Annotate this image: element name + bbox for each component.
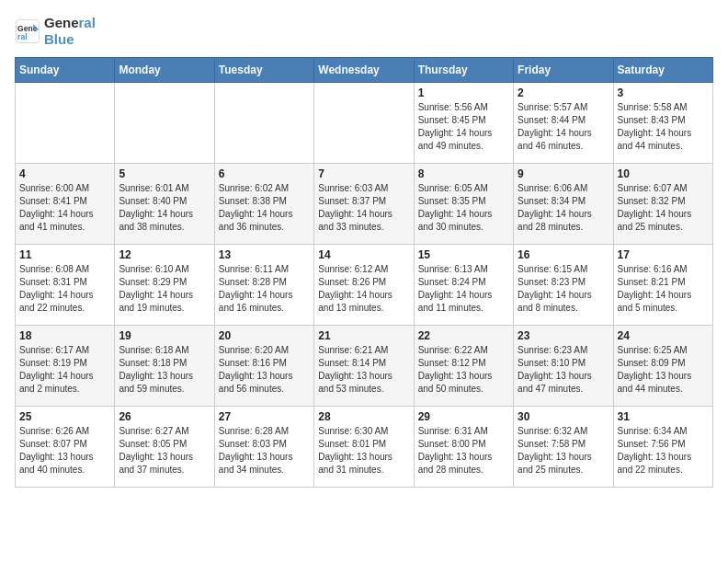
day-info: Sunrise: 6:15 AM Sunset: 8:23 PM Dayligh… — [518, 263, 609, 315]
day-number: 20 — [219, 329, 310, 342]
day-info: Sunrise: 6:12 AM Sunset: 8:26 PM Dayligh… — [318, 263, 409, 315]
day-number: 30 — [518, 410, 609, 423]
svg-text:ral: ral — [17, 32, 27, 41]
day-cell: 27Sunrise: 6:28 AM Sunset: 8:03 PM Dayli… — [214, 407, 313, 488]
day-info: Sunrise: 6:27 AM Sunset: 8:05 PM Dayligh… — [119, 425, 210, 477]
day-cell: 25Sunrise: 6:26 AM Sunset: 8:07 PM Dayli… — [16, 407, 115, 488]
day-info: Sunrise: 6:08 AM Sunset: 8:31 PM Dayligh… — [19, 263, 110, 315]
day-cell: 17Sunrise: 6:16 AM Sunset: 8:21 PM Dayli… — [613, 245, 712, 326]
day-cell: 11Sunrise: 6:08 AM Sunset: 8:31 PM Dayli… — [16, 245, 115, 326]
day-number: 23 — [518, 329, 609, 342]
day-cell: 8Sunrise: 6:05 AM Sunset: 8:35 PM Daylig… — [414, 164, 513, 245]
day-cell: 15Sunrise: 6:13 AM Sunset: 8:24 PM Dayli… — [414, 245, 513, 326]
day-info: Sunrise: 6:11 AM Sunset: 8:28 PM Dayligh… — [219, 263, 310, 315]
day-info: Sunrise: 6:07 AM Sunset: 8:32 PM Dayligh… — [618, 182, 709, 234]
day-cell: 16Sunrise: 6:15 AM Sunset: 8:23 PM Dayli… — [514, 245, 613, 326]
week-row-3: 18Sunrise: 6:17 AM Sunset: 8:19 PM Dayli… — [16, 326, 713, 407]
day-cell: 31Sunrise: 6:34 AM Sunset: 7:56 PM Dayli… — [613, 407, 712, 488]
day-cell: 24Sunrise: 6:25 AM Sunset: 8:09 PM Dayli… — [613, 326, 712, 407]
day-info: Sunrise: 6:02 AM Sunset: 8:38 PM Dayligh… — [219, 182, 310, 234]
day-number: 24 — [618, 329, 709, 342]
day-info: Sunrise: 6:00 AM Sunset: 8:41 PM Dayligh… — [19, 182, 110, 234]
day-number: 17 — [618, 248, 709, 261]
day-cell: 19Sunrise: 6:18 AM Sunset: 8:18 PM Dayli… — [115, 326, 214, 407]
day-cell: 13Sunrise: 6:11 AM Sunset: 8:28 PM Dayli… — [214, 245, 313, 326]
logo-text: General Blue — [44, 15, 96, 48]
column-header-saturday: Saturday — [613, 58, 712, 83]
day-number: 16 — [518, 248, 609, 261]
week-row-2: 11Sunrise: 6:08 AM Sunset: 8:31 PM Dayli… — [16, 245, 713, 326]
day-cell: 14Sunrise: 6:12 AM Sunset: 8:26 PM Dayli… — [314, 245, 414, 326]
day-number: 29 — [418, 410, 509, 423]
day-cell: 12Sunrise: 6:10 AM Sunset: 8:29 PM Dayli… — [115, 245, 214, 326]
day-cell: 29Sunrise: 6:31 AM Sunset: 8:00 PM Dayli… — [414, 407, 513, 488]
day-info: Sunrise: 5:57 AM Sunset: 8:44 PM Dayligh… — [518, 101, 609, 153]
day-number: 10 — [618, 167, 709, 180]
day-cell: 18Sunrise: 6:17 AM Sunset: 8:19 PM Dayli… — [16, 326, 115, 407]
day-number: 6 — [219, 167, 310, 180]
day-cell: 4Sunrise: 6:00 AM Sunset: 8:41 PM Daylig… — [16, 164, 115, 245]
day-number: 26 — [119, 410, 210, 423]
day-cell: 10Sunrise: 6:07 AM Sunset: 8:32 PM Dayli… — [613, 164, 712, 245]
day-info: Sunrise: 6:23 AM Sunset: 8:10 PM Dayligh… — [518, 344, 609, 396]
column-header-tuesday: Tuesday — [214, 58, 313, 83]
column-header-thursday: Thursday — [414, 58, 513, 83]
day-number: 12 — [119, 248, 210, 261]
day-info: Sunrise: 6:10 AM Sunset: 8:29 PM Dayligh… — [119, 263, 210, 315]
day-number: 27 — [219, 410, 310, 423]
day-info: Sunrise: 6:16 AM Sunset: 8:21 PM Dayligh… — [618, 263, 709, 315]
day-cell — [314, 83, 414, 164]
day-info: Sunrise: 6:03 AM Sunset: 8:37 PM Dayligh… — [318, 182, 409, 234]
day-info: Sunrise: 6:25 AM Sunset: 8:09 PM Dayligh… — [618, 344, 709, 396]
day-info: Sunrise: 6:13 AM Sunset: 8:24 PM Dayligh… — [418, 263, 509, 315]
calendar-table: SundayMondayTuesdayWednesdayThursdayFrid… — [15, 57, 713, 488]
column-header-friday: Friday — [514, 58, 613, 83]
day-cell: 1Sunrise: 5:56 AM Sunset: 8:45 PM Daylig… — [414, 83, 513, 164]
day-cell: 9Sunrise: 6:06 AM Sunset: 8:34 PM Daylig… — [514, 164, 613, 245]
day-number: 4 — [19, 167, 110, 180]
week-row-1: 4Sunrise: 6:00 AM Sunset: 8:41 PM Daylig… — [16, 164, 713, 245]
day-number: 2 — [518, 86, 609, 99]
day-info: Sunrise: 6:28 AM Sunset: 8:03 PM Dayligh… — [219, 425, 310, 477]
week-row-4: 25Sunrise: 6:26 AM Sunset: 8:07 PM Dayli… — [16, 407, 713, 488]
logo: Gene ral General Blue — [15, 15, 96, 48]
column-header-monday: Monday — [115, 58, 214, 83]
day-info: Sunrise: 6:26 AM Sunset: 8:07 PM Dayligh… — [19, 425, 110, 477]
day-cell — [214, 83, 313, 164]
day-info: Sunrise: 6:30 AM Sunset: 8:01 PM Dayligh… — [318, 425, 409, 477]
day-cell: 21Sunrise: 6:21 AM Sunset: 8:14 PM Dayli… — [314, 326, 414, 407]
day-number: 19 — [119, 329, 210, 342]
day-number: 21 — [318, 329, 409, 342]
day-cell: 20Sunrise: 6:20 AM Sunset: 8:16 PM Dayli… — [214, 326, 313, 407]
day-number: 31 — [618, 410, 709, 423]
day-info: Sunrise: 6:06 AM Sunset: 8:34 PM Dayligh… — [518, 182, 609, 234]
day-number: 13 — [219, 248, 310, 261]
day-number: 5 — [119, 167, 210, 180]
day-cell: 22Sunrise: 6:22 AM Sunset: 8:12 PM Dayli… — [414, 326, 513, 407]
day-number: 22 — [418, 329, 509, 342]
day-cell — [115, 83, 214, 164]
day-info: Sunrise: 6:20 AM Sunset: 8:16 PM Dayligh… — [219, 344, 310, 396]
day-cell — [16, 83, 115, 164]
logo-icon: Gene ral — [15, 18, 40, 44]
day-number: 25 — [19, 410, 110, 423]
day-info: Sunrise: 6:21 AM Sunset: 8:14 PM Dayligh… — [318, 344, 409, 396]
day-cell: 28Sunrise: 6:30 AM Sunset: 8:01 PM Dayli… — [314, 407, 414, 488]
day-info: Sunrise: 5:56 AM Sunset: 8:45 PM Dayligh… — [418, 101, 509, 153]
day-cell: 6Sunrise: 6:02 AM Sunset: 8:38 PM Daylig… — [214, 164, 313, 245]
day-info: Sunrise: 6:18 AM Sunset: 8:18 PM Dayligh… — [119, 344, 210, 396]
day-cell: 26Sunrise: 6:27 AM Sunset: 8:05 PM Dayli… — [115, 407, 214, 488]
day-info: Sunrise: 5:58 AM Sunset: 8:43 PM Dayligh… — [618, 101, 709, 153]
day-number: 3 — [618, 86, 709, 99]
page-header: Gene ral General Blue — [15, 15, 713, 48]
day-info: Sunrise: 6:31 AM Sunset: 8:00 PM Dayligh… — [418, 425, 509, 477]
day-cell: 23Sunrise: 6:23 AM Sunset: 8:10 PM Dayli… — [514, 326, 613, 407]
day-number: 14 — [318, 248, 409, 261]
day-cell: 5Sunrise: 6:01 AM Sunset: 8:40 PM Daylig… — [115, 164, 214, 245]
day-number: 28 — [318, 410, 409, 423]
day-info: Sunrise: 6:05 AM Sunset: 8:35 PM Dayligh… — [418, 182, 509, 234]
day-number: 11 — [19, 248, 110, 261]
column-header-wednesday: Wednesday — [314, 58, 414, 83]
day-number: 15 — [418, 248, 509, 261]
day-info: Sunrise: 6:22 AM Sunset: 8:12 PM Dayligh… — [418, 344, 509, 396]
